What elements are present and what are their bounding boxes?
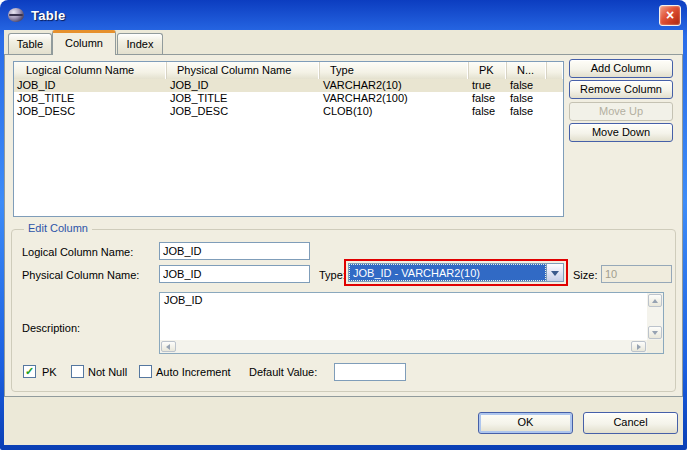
edit-column-group: Edit Column Logical Column Name: Physica… xyxy=(11,229,676,392)
cell-type: CLOB(10) xyxy=(320,105,469,118)
scroll-left-icon[interactable] xyxy=(161,341,176,352)
column-header-notnull[interactable]: N... xyxy=(507,62,547,79)
cancel-button[interactable]: Cancel xyxy=(583,412,678,434)
add-column-button[interactable]: Add Column xyxy=(569,59,673,78)
size-label: Size: xyxy=(573,269,597,281)
cell-type: VARCHAR2(10) xyxy=(320,79,469,92)
cell-pk: true xyxy=(469,79,507,92)
group-title: Edit Column xyxy=(24,222,92,234)
pk-checkbox[interactable]: ✓ xyxy=(23,365,36,378)
not-null-checkbox[interactable] xyxy=(71,365,84,378)
description-textarea[interactable]: JOB_ID xyxy=(159,292,664,354)
dialog-body: Table Column Index Logical Column Name P… xyxy=(4,30,683,445)
vertical-scrollbar[interactable] xyxy=(647,293,663,340)
not-null-checkbox-label: Not Null xyxy=(88,366,127,378)
cell-physical: JOB_TITLE xyxy=(167,92,320,105)
physical-column-name-label: Physical Column Name: xyxy=(22,269,139,281)
table-row[interactable]: JOB_TITLE JOB_TITLE VARCHAR2(100) false … xyxy=(14,92,563,105)
table-row[interactable]: JOB_DESC JOB_DESC CLOB(10) false false xyxy=(14,105,563,118)
title-bar[interactable]: Table × xyxy=(0,0,687,30)
cell-notnull: false xyxy=(507,79,547,92)
cell-notnull: false xyxy=(507,92,547,105)
scroll-up-icon[interactable] xyxy=(648,294,662,307)
logical-column-name-label: Logical Column Name: xyxy=(22,246,133,258)
scroll-right-icon[interactable] xyxy=(631,341,646,352)
columns-table-header: Logical Column Name Physical Column Name… xyxy=(14,62,563,79)
type-dropdown-value: JOB_ID - VARCHAR2(10) xyxy=(349,264,546,281)
type-label: Type: xyxy=(319,269,346,281)
cell-type: VARCHAR2(100) xyxy=(320,92,469,105)
auto-increment-checkbox-label: Auto Increment xyxy=(156,366,231,378)
tab-table[interactable]: Table xyxy=(8,33,52,55)
default-value-input[interactable] xyxy=(334,363,406,381)
ok-button[interactable]: OK xyxy=(478,412,573,434)
table-row[interactable]: JOB_ID JOB_ID VARCHAR2(10) true false xyxy=(14,79,563,92)
physical-column-name-input[interactable] xyxy=(159,265,310,283)
column-header-pk[interactable]: PK xyxy=(469,62,507,79)
close-icon[interactable]: × xyxy=(659,5,681,26)
column-header-physical[interactable]: Physical Column Name xyxy=(167,62,320,79)
table-dialog: Table × Table Column Index Logical Colum… xyxy=(0,0,687,450)
pk-checkbox-label: PK xyxy=(42,366,57,378)
tab-index[interactable]: Index xyxy=(117,33,163,55)
default-value-label: Default Value: xyxy=(249,366,317,378)
column-tab-panel: Logical Column Name Physical Column Name… xyxy=(4,54,683,397)
move-up-button: Move Up xyxy=(569,102,673,121)
scrollbar-corner xyxy=(647,340,663,353)
window-title: Table xyxy=(31,8,66,23)
cell-physical: JOB_DESC xyxy=(167,105,320,118)
tab-column[interactable]: Column xyxy=(52,30,116,55)
tab-strip: Table Column Index xyxy=(4,30,683,54)
chevron-down-icon[interactable] xyxy=(546,264,563,281)
cell-logical: JOB_ID xyxy=(14,79,167,92)
size-input xyxy=(601,265,672,283)
cell-notnull: false xyxy=(507,105,547,118)
cell-pk: false xyxy=(469,92,507,105)
cell-logical: JOB_TITLE xyxy=(14,92,167,105)
cell-physical: JOB_ID xyxy=(167,79,320,92)
description-label: Description: xyxy=(22,322,80,334)
column-header-filler xyxy=(547,62,563,79)
logical-column-name-input[interactable] xyxy=(159,242,310,260)
red-highlight-annotation: JOB_ID - VARCHAR2(10) xyxy=(344,259,568,286)
column-header-logical[interactable]: Logical Column Name xyxy=(14,62,167,79)
horizontal-scrollbar[interactable] xyxy=(160,340,647,353)
auto-increment-checkbox[interactable] xyxy=(139,365,152,378)
description-text: JOB_ID xyxy=(164,294,643,306)
columns-table: Logical Column Name Physical Column Name… xyxy=(13,61,564,217)
remove-column-button[interactable]: Remove Column xyxy=(569,80,673,99)
column-header-type[interactable]: Type xyxy=(320,62,469,79)
window-icon xyxy=(8,8,24,22)
move-down-button[interactable]: Move Down xyxy=(569,123,673,142)
cell-pk: false xyxy=(469,105,507,118)
cell-logical: JOB_DESC xyxy=(14,105,167,118)
scroll-down-icon[interactable] xyxy=(648,326,662,339)
type-dropdown[interactable]: JOB_ID - VARCHAR2(10) xyxy=(348,263,564,282)
